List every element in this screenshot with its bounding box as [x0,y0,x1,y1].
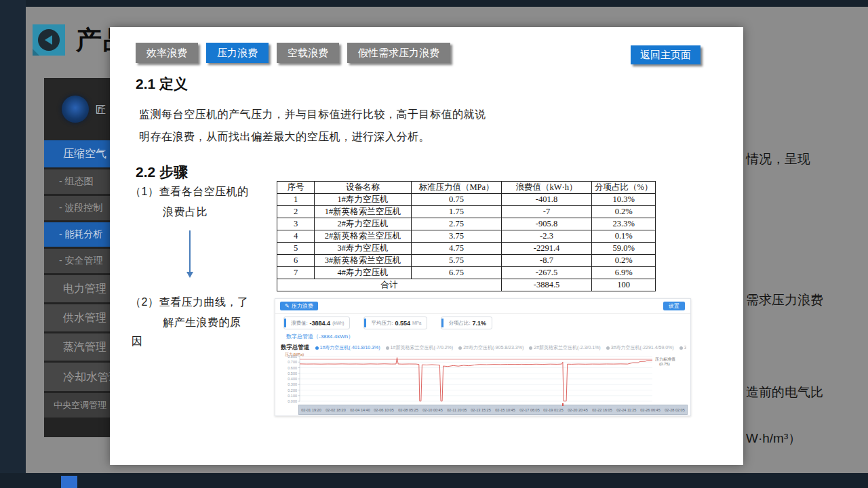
table-cell: 3.75 [412,230,502,243]
table-cell: 6.75 [412,267,502,279]
step2-line3: 因 [132,335,143,349]
svg-text:0.500: 0.500 [288,371,297,375]
stat-box-2: 分项占比:7.1% [441,317,492,329]
table-cell: 5 [277,243,315,255]
waste-detail-panel: 效率浪费压力浪费空载浪费假性需求压力浪费 返回主页面 2.1 定义 监测每台空压… [110,27,743,465]
settings-button[interactable]: 设置 [663,302,685,310]
svg-text:0.000: 0.000 [288,399,297,403]
svg-text:0.400: 0.400 [288,377,297,381]
legend-dot-icon [315,346,319,350]
legend-dot-icon [458,346,462,350]
legend-title: 数字总管道 [281,344,310,352]
sidebar-item-9[interactable]: 中央空调管理 [44,393,110,418]
column-header: 标准压力值（MPa） [412,182,502,194]
legend-item-4[interactable]: 3#寿力空压机(-2291.4/59.0%) [606,344,674,351]
background-text-3: 造前的电气比 [746,384,823,401]
waste-table: 序号设备名称标准压力值（MPa）浪费值（kW·h）分项占比（%）11#寿力空压机… [277,181,656,291]
definition-line-2: 明存在浪费，从而找出偏差最大的空压机，进行深入分析。 [139,125,492,148]
svg-text:(0.75): (0.75) [659,362,670,366]
pencil-icon: ✎ [285,303,290,309]
tab-2[interactable]: 空载浪费 [277,43,339,63]
tab-3[interactable]: 假性需求压力浪费 [347,43,450,63]
down-arrow-icon [189,230,191,272]
stat-box-1: 平均压力:0.554MPa [363,317,427,329]
svg-text:0.700: 0.700 [288,360,297,364]
table-cell: 5.75 [412,255,502,267]
logo-fold [33,49,39,56]
table-cell: -2291.4 [502,243,592,255]
table-cell: -8.7 [502,255,592,267]
table-cell: 100 [592,279,656,291]
chart-legend: 数字总管道 1#寿力空压机(-401.8/10.3%)1#新英格索兰空压机(-7… [281,344,686,352]
step1-line2: 浪费占比 [163,205,208,220]
table-total-row: 合计-3884.5100 [277,279,656,291]
column-header: 设备名称 [315,182,412,194]
table-cell: 3 [277,218,315,230]
table-row: 53#寿力空压机4.75-2291.459.0% [277,243,656,255]
pressure-waste-screenshot: ✎ 压力浪费 设置 浪费值:-3884.4(kWh)平均压力:0.554MPa分… [275,298,691,416]
pressure-series-line [300,358,652,401]
table-row: 63#新英格索兰空压机5.75-8.70.2% [277,255,656,267]
legend-dot-icon [679,346,683,350]
svg-text:压力标准值: 压力标准值 [655,357,675,362]
x-axis-scrollbar[interactable]: 02-01 19:2002-02 18:2002-04 14:4002-06 1… [298,405,688,415]
sidebar-item-0[interactable]: 压缩空气 [44,140,110,167]
legend-dot-icon [529,346,532,350]
table-cell: 1#新英格索兰空压机 [315,206,412,218]
table-cell: 6 [277,255,315,267]
return-home-button[interactable]: 返回主页面 [631,45,701,64]
table-cell: 10.3% [592,194,656,206]
table-cell: 3#寿力空压机 [315,243,412,255]
table-header-row: 序号设备名称标准压力值（MPa）浪费值（kW·h）分项占比（%） [277,182,656,194]
table-cell: 0.2% [592,255,656,267]
table-cell: 4 [277,230,315,243]
waste-tabs: 效率浪费压力浪费空载浪费假性需求压力浪费 [136,43,450,63]
background-text-1: 情况，呈现 [746,150,810,168]
table-cell: 2#寿力空压机 [315,218,412,230]
sidebar: 匠 压缩空气- 组态图- 波段控制- 能耗分析- 安全管理电力管理供水管理蒸汽管… [44,78,110,437]
table-cell: 0.2% [592,206,656,218]
table-cell: 23.3% [592,218,656,230]
definition-heading: 2.1 定义 [136,75,188,94]
svg-text:0.100: 0.100 [288,394,297,398]
svg-text:0.600: 0.600 [288,366,297,370]
legend-dot-icon [386,346,389,350]
table-row: 32#寿力空压机2.75-905.823.3% [277,218,656,230]
sidebar-item-2[interactable]: - 波段控制 [44,196,110,220]
legend-item-3[interactable]: 2#新英格索兰空压机(-2.3/0.1%) [529,344,600,351]
back-arrow-icon [38,29,60,51]
waste-table-wrap: 序号设备名称标准压力值（MPa）浪费值（kW·h）分项占比（%）11#寿力空压机… [277,181,656,291]
svg-text:0.200: 0.200 [288,388,297,392]
y-axis-label: 压力(MPa) [285,352,304,358]
steps-heading: 2.2 步骤 [136,163,188,182]
sidebar-item-1[interactable]: - 组态图 [44,169,110,194]
table-cell: 2 [277,206,315,218]
tab-0[interactable]: 效率浪费 [136,43,198,63]
pipeline-link[interactable]: 数字总管道（-3884.4kWh） [286,333,353,340]
table-cell: 1.75 [412,206,502,218]
sidebar-item-7[interactable]: 蒸汽管理 [44,333,110,361]
step2-line1: （2）查看压力曲线，了 [130,296,248,310]
spike-marker [562,403,564,406]
sidebar-item-6[interactable]: 供水管理 [44,304,110,331]
top-frame-bar [0,0,868,7]
background-text-4: W·h/m³） [746,430,801,447]
legend-item-1[interactable]: 1#新英格索兰空压机(-7/0.2%) [386,344,454,351]
sidebar-item-4[interactable]: - 安全管理 [44,249,110,273]
sidebar-item-8[interactable]: 冷却水管理 [44,363,110,391]
table-cell: 4#寿力空压机 [315,267,412,279]
background-text-2: 需求压力浪费 [746,291,823,309]
screen: 产品 匠 压缩空气- 组态图- 波段控制- 能耗分析- 安全管理电力管理供水管理… [0,0,868,488]
legend-item-0[interactable]: 1#寿力空压机(-401.8/10.3%) [315,344,380,351]
table-cell: 3#新英格索兰空压机 [315,255,412,267]
tab-1[interactable]: 压力浪费 [206,43,269,63]
legend-item-2[interactable]: 2#寿力空压机(-905.8/23.3%) [458,344,524,351]
sidebar-item-5[interactable]: 电力管理 [44,275,110,302]
sidebar-header: 匠 [44,78,110,140]
table-cell: -2.3 [502,230,592,243]
legend-dot-icon [606,346,610,350]
pressure-chart: 压力(MPa) 0.8000.7000.6000.5000.4000.3000.… [275,353,690,415]
legend-item-5[interactable]: 3#新英格索兰空压机(-8.7/0.2%) [679,344,686,351]
table-cell: 1#寿力空压机 [315,194,412,206]
sidebar-item-3[interactable]: - 能耗分析 [44,222,110,247]
